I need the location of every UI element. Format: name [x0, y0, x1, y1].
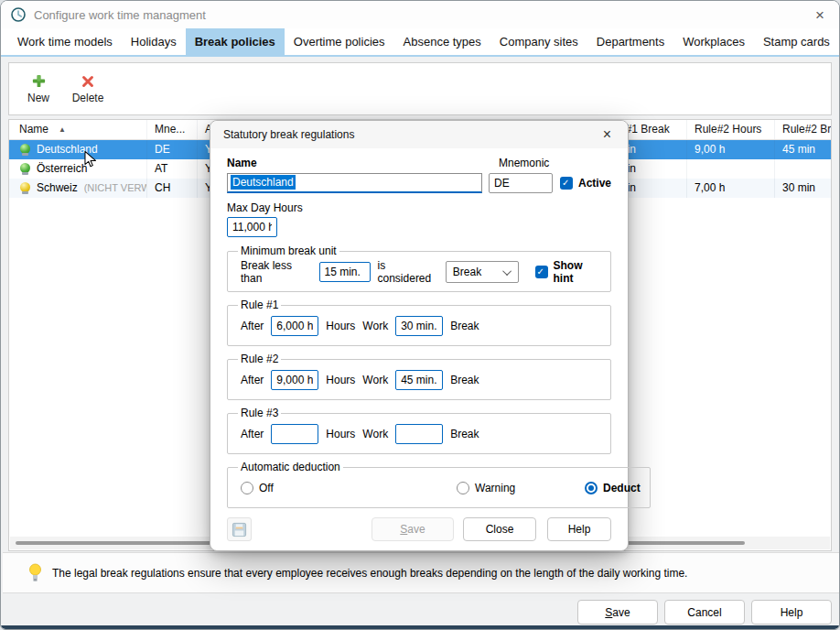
status-green-icon [20, 163, 30, 175]
considered-as-select[interactable]: Break [446, 261, 519, 283]
hours-label: Hours [326, 320, 355, 332]
floppy-disk-icon [232, 522, 247, 538]
automatic-deduction-legend: Automatic deduction [238, 461, 343, 473]
hint-text: The legal break regulations ensure that … [52, 567, 687, 580]
rule3-break-input[interactable] [395, 424, 443, 444]
close-icon: × [815, 6, 824, 24]
work-label: Work [362, 374, 388, 386]
mnemonic-input[interactable] [489, 173, 553, 193]
min-break-input[interactable] [319, 262, 371, 282]
off-radio[interactable]: Off [241, 482, 457, 494]
column-header-name[interactable]: Name ▲ [9, 120, 147, 139]
help-button[interactable]: Help [751, 600, 832, 625]
is-considered-label: is considered [378, 259, 438, 285]
chevron-down-icon [502, 266, 512, 276]
dialog-close-action-button[interactable]: Close [463, 517, 536, 541]
statutory-break-regulations-dialog: Statutory break regulations × Name Mnemo… [210, 120, 629, 551]
tab-bar: Work time models Holidays Break policies… [1, 28, 839, 57]
break-label: Break [450, 320, 479, 332]
checkbox-checked-icon [560, 177, 573, 190]
column-header-mnemonic[interactable]: Mne... [147, 120, 198, 139]
app-window: Configure work time managment × Work tim… [0, 0, 840, 630]
dialog-body: Name Mnemonic Deutschland Active Max Day… [210, 157, 628, 550]
clock-icon [10, 6, 27, 23]
dialog-help-button[interactable]: Help [547, 517, 611, 541]
rule1-hours-input[interactable] [271, 316, 318, 336]
plus-icon [31, 73, 47, 89]
deduct-label: Deduct [603, 482, 641, 494]
rule3-legend: Rule #3 [238, 407, 281, 419]
minimum-break-unit-legend: Minimum break unit [238, 244, 339, 257]
after-label: After [241, 428, 264, 440]
off-label: Off [259, 482, 274, 494]
delete-button-label: Delete [72, 92, 104, 104]
break-label: Break [450, 374, 479, 386]
status-yellow-icon [20, 182, 30, 194]
dialog-title-bar: Statutory break regulations × [210, 121, 628, 148]
active-checkbox[interactable]: Active [560, 177, 611, 190]
rule2-group: Rule #2 After Hours Work Break [227, 353, 611, 400]
automatic-deduction-group: Automatic deduction Off Warning Deduct [227, 461, 651, 508]
tab-overtime-policies[interactable]: Overtime policies [285, 28, 394, 55]
work-label: Work [362, 320, 388, 332]
show-hint-label: Show hint [554, 259, 601, 285]
delete-button[interactable]: Delete [66, 67, 110, 111]
dialog-title: Statutory break regulations [223, 128, 354, 141]
title-bar: Configure work time managment × [1, 1, 839, 28]
tab-work-time-models[interactable]: Work time models [8, 28, 122, 55]
rule3-group: Rule #3 After Hours Work Break [227, 407, 611, 454]
tab-break-policies[interactable]: Break policies [186, 28, 285, 55]
tab-holidays[interactable]: Holidays [122, 28, 186, 55]
mnemonic-label: Mnemonic [499, 157, 611, 169]
active-label: Active [578, 177, 611, 190]
max-day-hours-input[interactable] [227, 217, 277, 237]
radio-unchecked-icon [241, 482, 253, 494]
work-label: Work [362, 428, 388, 440]
dialog-close-button[interactable]: × [599, 125, 615, 144]
rule2-hours-input[interactable] [271, 370, 318, 390]
rule2-break-input[interactable] [395, 370, 443, 390]
hours-label: Hours [326, 374, 355, 386]
column-header-rule2-break[interactable]: Rule#2 Break [775, 120, 831, 139]
status-green-icon [20, 144, 30, 156]
x-delete-icon [81, 74, 95, 89]
save-button[interactable]: Save [577, 600, 658, 625]
show-hint-checkbox[interactable]: Show hint [535, 259, 601, 285]
close-icon: × [603, 126, 611, 142]
column-header-rule2-hours[interactable]: Rule#2 Hours [687, 120, 775, 139]
rule1-break-input[interactable] [395, 316, 443, 336]
warning-radio[interactable]: Warning [457, 482, 585, 494]
rule2-legend: Rule #2 [238, 353, 281, 365]
warning-label: Warning [475, 482, 515, 494]
after-label: After [241, 374, 264, 386]
lightbulb-icon [28, 563, 42, 582]
mouse-cursor [81, 149, 99, 169]
rule3-hours-input[interactable] [271, 424, 318, 444]
cancel-button[interactable]: Cancel [664, 600, 745, 625]
dialog-save-button[interactable]: Save [372, 517, 454, 541]
after-label: After [241, 320, 264, 332]
footer-button-bar: Save Cancel Help [577, 600, 832, 625]
save-disk-button[interactable] [227, 517, 252, 541]
rule1-legend: Rule #1 [238, 299, 281, 311]
tab-departments[interactable]: Departments [587, 28, 673, 55]
tab-stamp-cards[interactable]: Stamp cards [754, 28, 839, 55]
tab-workplaces[interactable]: Workplaces [673, 28, 754, 55]
minimum-break-unit-group: Minimum break unit Break less than is co… [227, 244, 611, 292]
selected-text: Deutschland [231, 175, 296, 190]
window-close-button[interactable]: × [810, 5, 830, 25]
hours-label: Hours [326, 428, 355, 440]
max-day-hours-label: Max Day Hours [227, 201, 611, 214]
name-label: Name [227, 157, 499, 169]
name-input[interactable]: Deutschland [227, 173, 482, 193]
new-button[interactable]: New [16, 67, 60, 111]
deduct-radio[interactable]: Deduct [585, 482, 641, 494]
tab-company-sites[interactable]: Company sites [490, 28, 587, 55]
rule1-group: Rule #1 After Hours Work Break [227, 299, 611, 346]
radio-checked-icon [585, 482, 598, 494]
break-less-than-label: Break less than [241, 259, 312, 285]
window-bottom-edge [1, 625, 839, 629]
toolbar: New Delete [8, 62, 832, 115]
tab-absence-types[interactable]: Absence types [394, 28, 490, 55]
window-title: Configure work time managment [34, 8, 206, 22]
